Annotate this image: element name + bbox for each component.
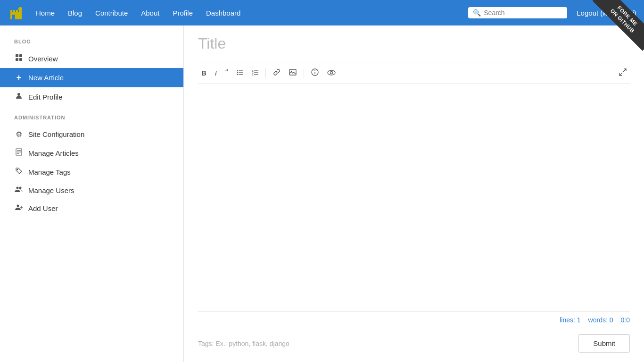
words-stat: words: 0 (588, 316, 613, 324)
svg-rect-4 (16, 10, 18, 13)
image-icon (289, 69, 297, 77)
navbar: Home Blog Contribute About Profile Dashb… (0, 0, 644, 25)
svg-rect-3 (13, 10, 15, 13)
lines-stat: lines: 1 (560, 316, 580, 324)
editor-body[interactable] (198, 84, 630, 311)
nav-links: Home Blog Contribute About Profile Dashb… (36, 9, 468, 17)
info-button[interactable] (308, 67, 322, 79)
nav-profile[interactable]: Profile (173, 9, 193, 17)
manage-tags-label: Manage Tags (28, 168, 71, 176)
preview-icon (327, 69, 336, 77)
preview-button[interactable] (324, 67, 339, 79)
info-icon (311, 68, 319, 77)
sidebar-item-manage-articles[interactable]: Manage Articles (0, 143, 183, 162)
svg-point-41 (328, 70, 335, 75)
svg-line-43 (623, 69, 626, 72)
nav-home[interactable]: Home (36, 9, 55, 17)
tags-row: Tags: Ex.: python, flask, django Submit (198, 328, 630, 362)
nav-contribute[interactable]: Contribute (95, 9, 128, 17)
svg-point-21 (17, 205, 19, 207)
svg-rect-10 (19, 54, 22, 57)
link-icon (273, 68, 281, 77)
bold-button[interactable]: B (198, 67, 210, 79)
unordered-list-button[interactable] (233, 67, 247, 79)
svg-point-25 (237, 72, 238, 73)
site-config-icon: ⚙ (14, 130, 24, 139)
search-icon: 🔍 (473, 9, 481, 17)
italic-button[interactable]: I (212, 67, 220, 79)
sidebar-item-new-article[interactable]: + New Article (0, 68, 183, 87)
toolbar-divider-1 (265, 68, 266, 78)
add-user-label: Add User (28, 204, 58, 212)
expand-button[interactable] (616, 67, 630, 79)
logout-button[interactable]: Logout (wilfredinni) (577, 9, 636, 17)
submit-button[interactable]: Submit (578, 334, 630, 353)
site-logo[interactable] (8, 4, 25, 21)
search-box[interactable]: 🔍 (468, 7, 567, 18)
main-content: B I “ 1.2.3. (184, 25, 644, 362)
link-button[interactable] (270, 67, 284, 79)
svg-point-20 (19, 187, 22, 189)
editor-toolbar: B I “ 1.2.3. (198, 62, 630, 84)
svg-rect-9 (16, 54, 18, 57)
svg-rect-2 (10, 10, 12, 13)
svg-point-26 (237, 74, 238, 75)
svg-point-18 (17, 169, 18, 170)
svg-rect-12 (19, 58, 22, 61)
quote-icon: “ (225, 68, 228, 78)
tags-placeholder: Tags: Ex.: python, flask, django (198, 340, 289, 347)
position-stat: 0:0 (621, 316, 630, 324)
svg-point-19 (17, 187, 19, 189)
manage-articles-icon (14, 148, 24, 158)
nav-about[interactable]: About (141, 9, 159, 17)
svg-point-13 (17, 93, 20, 96)
new-article-label: New Article (28, 74, 64, 82)
manage-articles-label: Manage Articles (28, 149, 79, 157)
site-config-label: Site Configuration (28, 130, 84, 138)
edit-profile-label: Edit Profile (28, 93, 63, 101)
svg-rect-6 (12, 15, 15, 19)
search-input[interactable] (484, 9, 562, 17)
add-user-icon (14, 204, 24, 212)
svg-text:3.: 3. (252, 73, 254, 76)
sidebar-item-overview[interactable]: Overview (0, 49, 183, 68)
ordered-list-button[interactable]: 1.2.3. (248, 67, 262, 79)
sidebar: BLOG Overview + New Article Edit Profile… (0, 25, 184, 362)
article-title-input[interactable] (198, 35, 630, 52)
svg-point-40 (314, 70, 315, 71)
unordered-list-icon (237, 69, 243, 77)
svg-rect-1 (10, 12, 22, 19)
ordered-list-icon: 1.2.3. (252, 69, 258, 77)
expand-icon (619, 68, 627, 77)
manage-users-icon (14, 186, 24, 194)
sidebar-item-site-config[interactable]: ⚙ Site Configuration (0, 125, 183, 143)
toolbar-divider-2 (304, 68, 304, 78)
overview-icon (14, 54, 24, 63)
svg-line-44 (619, 73, 622, 76)
new-article-icon: + (14, 73, 24, 83)
sidebar-item-edit-profile[interactable]: Edit Profile (0, 87, 183, 106)
sidebar-item-add-user[interactable]: Add User (0, 199, 183, 217)
quote-button[interactable]: “ (222, 66, 231, 80)
bold-icon: B (201, 69, 206, 77)
svg-rect-11 (16, 58, 18, 61)
nav-dashboard[interactable]: Dashboard (206, 9, 240, 17)
blog-section-label: BLOG (0, 39, 183, 44)
edit-profile-icon (14, 92, 24, 101)
main-layout: BLOG Overview + New Article Edit Profile… (0, 25, 644, 362)
manage-users-label: Manage Users (28, 186, 74, 194)
svg-rect-8 (20, 9, 21, 12)
sidebar-item-manage-tags[interactable]: Manage Tags (0, 162, 183, 181)
editor-footer: lines: 1 words: 0 0:0 (198, 311, 630, 328)
italic-icon: I (215, 69, 217, 77)
manage-tags-icon (14, 167, 24, 177)
sidebar-item-manage-users[interactable]: Manage Users (0, 181, 183, 199)
image-button[interactable] (286, 67, 300, 79)
admin-section-label: ADMINISTRATION (0, 115, 183, 120)
svg-point-42 (330, 72, 333, 74)
svg-point-24 (237, 70, 238, 71)
overview-label: Overview (28, 55, 58, 63)
nav-blog[interactable]: Blog (68, 9, 82, 17)
